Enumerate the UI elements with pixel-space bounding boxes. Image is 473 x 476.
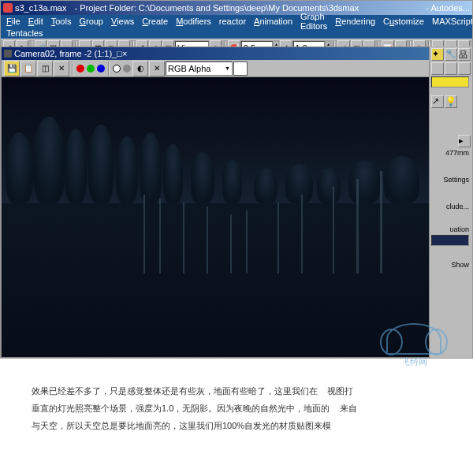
- uation-label: uation: [431, 225, 471, 233]
- rollout-toggle[interactable]: ▸: [458, 135, 471, 147]
- menu-group[interactable]: Group: [75, 17, 107, 26]
- green-channel-dot[interactable]: [87, 65, 95, 73]
- title-app: - Autodes...: [426, 3, 470, 13]
- light-button[interactable]: 💡: [445, 95, 457, 108]
- show-label: Show: [431, 261, 471, 269]
- menu-bar-2: Tentacles: [1, 28, 472, 39]
- exclude-label[interactable]: clude...: [431, 203, 471, 210]
- menu-reactor[interactable]: reactor: [215, 17, 250, 26]
- title-bar: s3_c13a.max - Project Folder: C:\Documen…: [1, 1, 472, 15]
- menu-bar: File Edit Tools Group Views Create Modif…: [1, 15, 472, 28]
- menu-modifiers[interactable]: Modifiers: [172, 17, 215, 26]
- title-filename: s3_c13a.max: [15, 3, 66, 13]
- article-text: 效果已经差不多了，只是感觉整体还是有些灰，地面有些暗了，这里我们在 视图打 垂直…: [0, 359, 473, 458]
- copy-button[interactable]: 📋: [20, 61, 36, 76]
- menu-tools[interactable]: Tools: [47, 17, 76, 26]
- menu-file[interactable]: File: [2, 17, 24, 26]
- toggle-button[interactable]: ◐: [132, 61, 148, 76]
- clear-alpha-button[interactable]: ✕: [149, 61, 165, 76]
- picker-button[interactable]: ↗: [431, 95, 444, 108]
- watermark: 飞特网: [378, 323, 449, 370]
- panel-btn-2[interactable]: [445, 62, 457, 75]
- color-swatch-navy[interactable]: [431, 235, 469, 246]
- menu-maxscript[interactable]: MAXScript: [428, 17, 473, 26]
- clear-button[interactable]: ✕: [54, 61, 69, 76]
- render-window-title: Camera02, frame -2 (1:1) _ □ ×: [2, 47, 430, 60]
- red-channel-dot[interactable]: [76, 65, 84, 73]
- render-toolbar: 💾 📋 ◫ ✕ ◐ ✕ RGB Alpha▼: [2, 60, 430, 77]
- modify-tab[interactable]: 🔧: [445, 48, 457, 61]
- hierarchy-tab[interactable]: 品: [458, 48, 471, 61]
- menu-tentacles[interactable]: Tentacles: [2, 28, 47, 38]
- app-icon: [3, 3, 13, 13]
- settings-label[interactable]: Settings: [431, 176, 471, 184]
- menu-views[interactable]: Views: [107, 17, 138, 26]
- render-window: Camera02, frame -2 (1:1) _ □ × 💾 📋 ◫ ✕ ◐…: [1, 46, 430, 358]
- menu-create[interactable]: Create: [138, 17, 172, 26]
- menu-animation[interactable]: Animation: [250, 17, 296, 26]
- panel-btn-1[interactable]: [431, 62, 444, 75]
- command-panel: ✦ 🔧 品 ↗ 💡 ▸ 477mm Settings clude... uati…: [429, 46, 472, 358]
- watermark-text: 飞特网: [378, 356, 449, 368]
- color-swatch-yellow[interactable]: [431, 76, 469, 87]
- clone-button[interactable]: ◫: [37, 61, 53, 76]
- measure-label: 477mm: [431, 149, 471, 157]
- render-viewport[interactable]: [2, 77, 430, 357]
- color-swatch[interactable]: [233, 61, 248, 76]
- maximize-button[interactable]: □: [117, 49, 122, 58]
- save-image-button[interactable]: 💾: [4, 61, 20, 76]
- menu-edit[interactable]: Edit: [24, 17, 47, 26]
- alpha-channel-dot[interactable]: [123, 65, 131, 73]
- close-button[interactable]: ×: [122, 49, 127, 58]
- menu-customize[interactable]: Customize: [379, 17, 428, 26]
- blue-channel-dot[interactable]: [97, 65, 105, 73]
- mono-channel-dot[interactable]: [113, 65, 121, 73]
- render-icon: [4, 50, 12, 58]
- channel-dropdown[interactable]: RGB Alpha▼: [166, 61, 233, 76]
- panel-btn-3[interactable]: [458, 62, 471, 75]
- menu-rendering[interactable]: Rendering: [331, 17, 379, 26]
- create-tab[interactable]: ✦: [431, 48, 444, 61]
- menu-graph[interactable]: Graph Editors: [296, 12, 331, 31]
